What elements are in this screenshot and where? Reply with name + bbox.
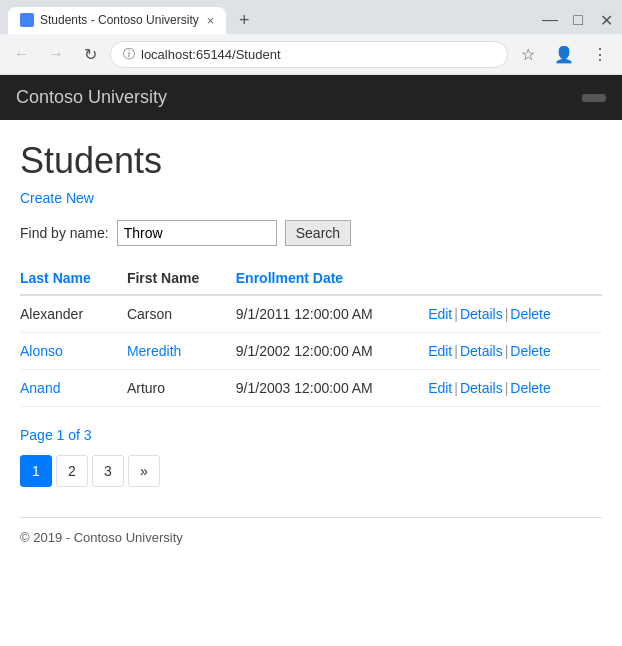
tab-title: Students - Contoso University — [40, 13, 199, 27]
col-first-name: First Name — [127, 262, 236, 295]
cell-first-name: Arturo — [127, 370, 236, 407]
cell-enrollment-date: 9/1/2003 12:00:00 AM — [236, 370, 428, 407]
app-header: Contoso University — [0, 75, 622, 120]
students-table: Last Name First Name Enrollment Date Ale… — [20, 262, 602, 407]
active-tab[interactable]: Students - Contoso University × — [8, 7, 226, 34]
cell-last-name[interactable]: Anand — [20, 370, 127, 407]
cell-actions: Edit|Details|Delete — [428, 370, 602, 407]
details-link[interactable]: Details — [460, 380, 503, 396]
header-button[interactable] — [582, 94, 606, 102]
edit-link[interactable]: Edit — [428, 380, 452, 396]
footer: © 2019 - Contoso University — [20, 530, 602, 565]
account-icon[interactable]: 👤 — [550, 40, 578, 68]
cell-first-name[interactable]: Meredith — [127, 333, 236, 370]
table-row: Alexander Carson 9/1/2011 12:00:00 AM Ed… — [20, 295, 602, 333]
page-btn-next[interactable]: » — [128, 455, 160, 487]
refresh-button[interactable]: ↻ — [76, 40, 104, 68]
table-header: Last Name First Name Enrollment Date — [20, 262, 602, 295]
separator: | — [454, 306, 458, 322]
tab-bar: Students - Contoso University × + — [8, 6, 258, 34]
tab-favicon — [20, 13, 34, 27]
app-title: Contoso University — [16, 87, 167, 108]
back-button[interactable]: ← — [8, 40, 36, 68]
separator: | — [454, 343, 458, 359]
browser-chrome: Students - Contoso University × + — □ ✕ … — [0, 0, 622, 75]
delete-link[interactable]: Delete — [510, 343, 550, 359]
delete-link[interactable]: Delete — [510, 380, 550, 396]
cell-last-name[interactable]: Alonso — [20, 333, 127, 370]
separator: | — [505, 343, 509, 359]
col-enrollment-date[interactable]: Enrollment Date — [236, 262, 428, 295]
col-actions — [428, 262, 602, 295]
search-input[interactable] — [117, 220, 277, 246]
maximize-button[interactable]: □ — [570, 12, 586, 28]
bookmark-icon[interactable]: ☆ — [514, 40, 542, 68]
search-button[interactable]: Search — [285, 220, 351, 246]
search-label: Find by name: — [20, 225, 109, 241]
url-bar[interactable]: ⓘ localhost:65144/Student — [110, 41, 508, 68]
separator: | — [454, 380, 458, 396]
close-tab-icon[interactable]: × — [207, 13, 215, 28]
forward-button[interactable]: → — [42, 40, 70, 68]
page-content: Students Create New Find by name: Search… — [0, 120, 622, 585]
cell-enrollment-date: 9/1/2002 12:00:00 AM — [236, 333, 428, 370]
security-icon: ⓘ — [123, 46, 135, 63]
cell-actions: Edit|Details|Delete — [428, 333, 602, 370]
search-row: Find by name: Search — [20, 220, 602, 246]
edit-link[interactable]: Edit — [428, 343, 452, 359]
page-info: Page 1 of 3 — [20, 427, 602, 443]
address-actions: ☆ 👤 ⋮ — [514, 40, 614, 68]
cell-first-name: Carson — [127, 295, 236, 333]
create-new-link[interactable]: Create New — [20, 190, 94, 206]
url-text: localhost:65144/Student — [141, 47, 495, 62]
cell-enrollment-date: 9/1/2011 12:00:00 AM — [236, 295, 428, 333]
table-row: Anand Arturo 9/1/2003 12:00:00 AM Edit|D… — [20, 370, 602, 407]
cell-last-name: Alexander — [20, 295, 127, 333]
new-tab-button[interactable]: + — [230, 6, 258, 34]
delete-link[interactable]: Delete — [510, 306, 550, 322]
window-controls: — □ ✕ — [542, 12, 614, 28]
page-btn-3[interactable]: 3 — [92, 455, 124, 487]
page-heading: Students — [20, 140, 602, 182]
col-last-name[interactable]: Last Name — [20, 262, 127, 295]
minimize-button[interactable]: — — [542, 12, 558, 28]
table-row: Alonso Meredith 9/1/2002 12:00:00 AM Edi… — [20, 333, 602, 370]
separator: | — [505, 306, 509, 322]
separator: | — [505, 380, 509, 396]
pagination: 1 2 3 » — [20, 455, 602, 487]
address-bar: ← → ↻ ⓘ localhost:65144/Student ☆ 👤 ⋮ — [0, 34, 622, 74]
details-link[interactable]: Details — [460, 343, 503, 359]
details-link[interactable]: Details — [460, 306, 503, 322]
title-bar: Students - Contoso University × + — □ ✕ — [0, 0, 622, 34]
footer-divider — [20, 517, 602, 518]
edit-link[interactable]: Edit — [428, 306, 452, 322]
close-button[interactable]: ✕ — [598, 12, 614, 28]
table-body: Alexander Carson 9/1/2011 12:00:00 AM Ed… — [20, 295, 602, 407]
page-btn-1[interactable]: 1 — [20, 455, 52, 487]
cell-actions: Edit|Details|Delete — [428, 295, 602, 333]
page-btn-2[interactable]: 2 — [56, 455, 88, 487]
menu-icon[interactable]: ⋮ — [586, 40, 614, 68]
